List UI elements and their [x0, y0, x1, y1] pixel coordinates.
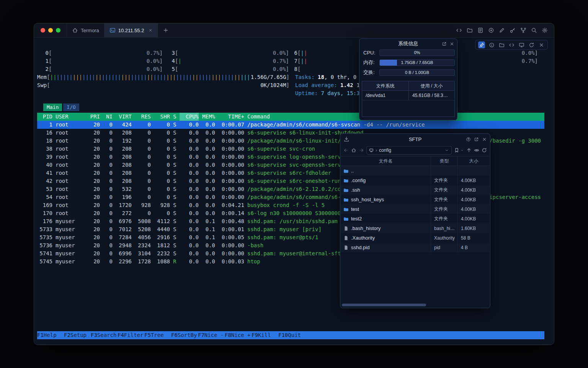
forward-icon[interactable] [359, 148, 364, 153]
column-header-res[interactable]: RES [132, 113, 151, 121]
folder-icon[interactable] [467, 27, 473, 33]
fn-f7[interactable]: F7Nice - [198, 331, 225, 339]
htop-tab-main[interactable]: Main [43, 104, 62, 111]
computer-icon [369, 148, 374, 153]
sftp-title: SFTP [409, 136, 421, 142]
filesystem-row[interactable]: /dev/vda1 45.61GB / 58.3… [362, 91, 454, 100]
system-info-titlebar: 系统信息 [359, 39, 457, 49]
folder-icon [343, 187, 349, 193]
fn-f10[interactable]: F10Quit [278, 331, 305, 339]
column-header-shr[interactable]: SHR [151, 113, 170, 121]
column-header-time[interactable]: TIME+ [215, 113, 244, 121]
file-row-sshd.pid[interactable]: sshd.pidpid4 B [341, 243, 490, 252]
column-header-mem[interactable]: MEM% [199, 113, 215, 121]
fn-f2[interactable]: F2Setup [64, 331, 91, 339]
column-header-pid[interactable]: PID [37, 113, 52, 121]
search-icon[interactable] [531, 27, 537, 33]
path-breadcrumb[interactable]: › config [366, 146, 452, 154]
file-icon [343, 245, 349, 250]
column-header-virt[interactable]: VIRT [113, 113, 132, 121]
bookmark-chevron-icon[interactable] [460, 148, 464, 152]
column-header-ni[interactable]: NI [100, 113, 113, 121]
column-header-size[interactable]: 大小 [458, 156, 490, 166]
help-icon[interactable] [466, 137, 471, 142]
code-icon[interactable] [508, 41, 515, 48]
record-icon[interactable] [488, 27, 494, 33]
key-icon[interactable] [510, 27, 516, 33]
filesystem-usage: 45.61GB / 58.3… [409, 91, 454, 100]
pin-icon[interactable] [478, 41, 485, 48]
file-row-.ssh[interactable]: .ssh文件夹4.00KB [341, 185, 490, 195]
tab-termora-home[interactable]: Termora [67, 23, 104, 38]
cpu-meter-5: 5[0.0%] [170, 65, 289, 73]
column-header-user[interactable]: USER [52, 113, 85, 121]
fn-f3[interactable]: F3Search [91, 331, 118, 339]
horizontal-scrollbar[interactable] [342, 304, 426, 306]
edit-icon[interactable] [499, 27, 505, 33]
file-name: ssh_host_keys [351, 197, 384, 202]
file-name: sshd.pid [351, 245, 369, 250]
show-hidden-icon[interactable] [474, 148, 479, 153]
system-info-title: 系统信息 [399, 40, 418, 47]
file-row-ssh_host_keys[interactable]: ssh_host_keys文件夹4.00KB [341, 195, 490, 204]
file-row-..[interactable]: .. [341, 166, 490, 176]
home-icon[interactable] [351, 148, 356, 153]
fork-icon[interactable] [520, 27, 526, 33]
memory-meter: Mem[||||||||||||||||||||||||||||||||||||… [37, 73, 289, 81]
column-header-s[interactable]: S [170, 113, 180, 121]
swap-progress-bar: 0 B / 1.00GB [379, 69, 455, 76]
transfers-icon[interactable] [343, 136, 350, 142]
file-row-test[interactable]: test文件夹4.00KB [341, 204, 490, 214]
htop-tab-i-o[interactable]: I/O [63, 104, 79, 111]
file-row-test2[interactable]: test2文件夹4.00KB [341, 214, 490, 223]
open-in-new-icon[interactable] [474, 137, 479, 142]
journal-icon[interactable] [477, 27, 483, 33]
folder-icon[interactable] [498, 41, 505, 48]
file-type: 文件夹 [431, 214, 458, 223]
memory-progress-value: 1.75GB / 7.65GB [380, 60, 454, 66]
monitor-icon[interactable] [518, 41, 525, 48]
file-row-.config[interactable]: .config文件夹4.00KB [341, 176, 490, 185]
zoom-window-button[interactable] [56, 28, 60, 33]
fn-f9[interactable]: F9Kill [252, 331, 278, 339]
sftp-nav-bar: › config [340, 145, 490, 156]
back-icon[interactable] [343, 148, 349, 153]
fn-f6[interactable]: F6SortBy [171, 331, 198, 339]
fn-f1[interactable]: F1Help [37, 331, 64, 339]
bookmark-icon[interactable] [454, 148, 459, 153]
file-type: bash_hi… [431, 223, 458, 233]
close-tab-icon[interactable] [148, 28, 153, 33]
settings-icon[interactable] [542, 27, 548, 33]
file-row-.bash_history[interactable]: .bash_historybash_hi…1.60KB [341, 223, 490, 233]
new-tab-button[interactable] [158, 27, 173, 33]
system-info-panel: 系统信息 CPU: 0% 内存: 1.75GB / 7.65GB [359, 38, 457, 120]
up-directory-icon[interactable] [466, 148, 472, 153]
code-icon[interactable] [456, 27, 462, 33]
column-header-cpu[interactable]: CPU% [180, 113, 199, 121]
file-row-.Xauthority[interactable]: .XauthorityXauthority58 B [341, 233, 490, 243]
column-header-type[interactable]: 类型 [431, 156, 458, 166]
open-in-new-icon[interactable] [442, 41, 447, 46]
path-segment[interactable]: config [379, 148, 391, 153]
fn-f5[interactable]: F5Tree [144, 331, 171, 339]
cpu-meter-2: 2[0.0%] [43, 65, 163, 73]
info-icon[interactable] [488, 41, 495, 48]
process-row-1[interactable]: 1root20042400S0.00.00:00.07/package/admi… [37, 121, 544, 129]
column-header-pri[interactable]: PRI [85, 113, 100, 121]
file-size: 4 B [458, 243, 490, 252]
column-header-filename[interactable]: 文件名 [341, 156, 431, 166]
tab-host-10-211-55-2[interactable]: 10.211.55.2 [104, 23, 158, 38]
memory-usage-row: 内存: 1.75GB / 7.65GB [363, 59, 455, 66]
chevron-down-icon[interactable] [444, 148, 449, 153]
fn-f8[interactable]: F8Nice + [225, 331, 252, 339]
refresh-icon[interactable] [528, 41, 535, 48]
fn-f4[interactable]: F4Filter [118, 331, 144, 339]
file-type: 文件夹 [431, 185, 458, 195]
close-window-button[interactable] [41, 28, 45, 33]
close-icon[interactable] [538, 41, 545, 48]
file-name: test2 [351, 216, 362, 222]
close-icon[interactable] [482, 137, 487, 142]
close-icon[interactable] [449, 41, 454, 46]
minimize-window-button[interactable] [48, 28, 53, 33]
refresh-icon[interactable] [482, 148, 487, 153]
